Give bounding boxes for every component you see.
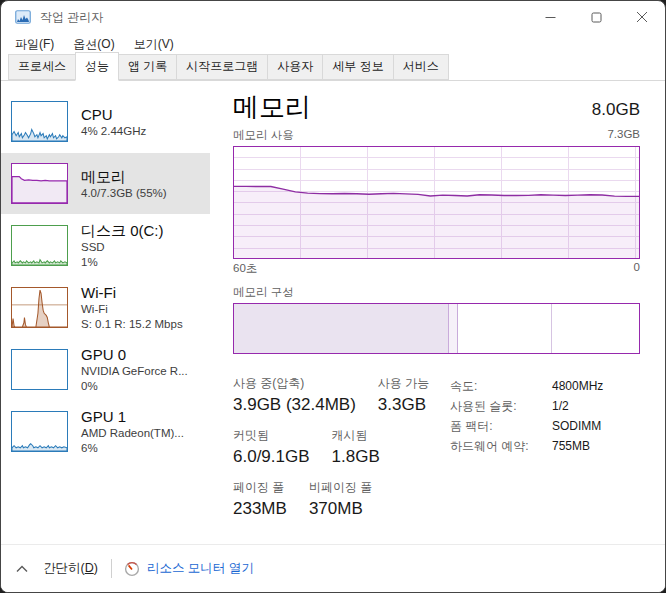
- x-axis-left-label: 60초: [233, 261, 257, 276]
- sidebar-wifi-title: Wi-Fi: [81, 283, 183, 302]
- sidebar-item-disk[interactable]: 디스크 0(C:) SSD 1%: [1, 215, 210, 276]
- stat-speed: 속도: 4800MHz: [450, 376, 603, 396]
- content-area: CPU 4% 2.44GHz 메모리 4.0/7.3GB (55%): [1, 81, 665, 544]
- fewer-details-button[interactable]: 간단히(D): [16, 560, 98, 577]
- sidebar-item-memory[interactable]: 메모리 4.0/7.3GB (55%): [1, 153, 210, 214]
- resource-monitor-icon: [124, 561, 140, 577]
- memory-stats: 사용 중(압축) 3.9GB (32.4MB) 사용 가능 3.3GB 커밋됨 …: [233, 375, 640, 531]
- composition-label: 메모리 구성: [233, 285, 640, 300]
- tab-app-history[interactable]: 앱 기록: [118, 54, 177, 80]
- sidebar-gpu0-name: NVIDIA GeForce R...: [81, 364, 188, 379]
- tab-details[interactable]: 세부 정보: [322, 54, 393, 80]
- sidebar-wifi-name: Wi-Fi: [81, 302, 183, 317]
- minimize-button[interactable]: [527, 1, 573, 33]
- composition-segment-modified: [448, 304, 458, 353]
- cpu-sparkline-icon: [11, 101, 68, 142]
- gpu0-sparkline-icon: [11, 349, 68, 390]
- resource-monitor-link-label: 리소스 모니터 열기: [147, 560, 254, 577]
- sidebar-item-gpu0[interactable]: GPU 0 NVIDIA GeForce R... 0%: [1, 339, 210, 400]
- composition-segment-in-use: [234, 304, 448, 353]
- sidebar-item-gpu1[interactable]: GPU 1 AMD Radeon(TM)... 6%: [1, 401, 210, 462]
- menu-file[interactable]: 파일(F): [14, 34, 55, 55]
- sidebar-gpu0-title: GPU 0: [81, 345, 188, 364]
- sidebar-cpu-stats: 4% 2.44GHz: [81, 124, 146, 139]
- maximize-button[interactable]: [573, 1, 619, 33]
- sidebar-disk-stats: 1%: [81, 255, 164, 270]
- sidebar-memory-title: 메모리: [81, 167, 167, 186]
- window-controls: [527, 1, 665, 33]
- stat-non-paged-pool: 비페이징 풀 370MB: [309, 479, 372, 519]
- total-memory-value: 8.0GB: [592, 100, 640, 123]
- statusbar-divider: [111, 559, 112, 578]
- tab-startup[interactable]: 시작프로그램: [176, 54, 268, 80]
- memory-detail-panel: 메모리 8.0GB 메모리 사용 7.3GB 60초 0 메모리 구성: [210, 81, 665, 544]
- sidebar-memory-stats: 4.0/7.3GB (55%): [81, 186, 167, 201]
- sidebar-cpu-title: CPU: [81, 105, 146, 124]
- status-bar: 간단히(D) 리소스 모니터 열기: [1, 544, 665, 592]
- tab-services[interactable]: 서비스: [393, 54, 449, 80]
- memory-composition-bar: [233, 303, 640, 354]
- gpu1-sparkline-icon: [11, 411, 68, 452]
- sidebar-disk-type: SSD: [81, 240, 164, 255]
- tab-performance[interactable]: 성능: [75, 52, 119, 81]
- sidebar-gpu1-name: AMD Radeon(TM)...: [81, 426, 184, 441]
- close-button[interactable]: [619, 1, 665, 33]
- open-resource-monitor-link[interactable]: 리소스 모니터 열기: [124, 560, 254, 577]
- composition-segment-free: [552, 304, 639, 353]
- app-icon: [15, 9, 31, 25]
- performance-sidebar: CPU 4% 2.44GHz 메모리 4.0/7.3GB (55%): [1, 81, 210, 544]
- usage-chart-label: 메모리 사용: [233, 128, 294, 143]
- memory-sparkline-icon: [11, 163, 68, 204]
- chevron-up-icon: [16, 565, 28, 573]
- sidebar-gpu0-stats: 0%: [81, 379, 188, 394]
- stat-cached: 캐시됨 1.8GB: [332, 427, 380, 467]
- tab-processes[interactable]: 프로세스: [8, 54, 76, 80]
- stat-slots-used: 사용된 슬롯: 1/2: [450, 396, 603, 416]
- minimize-icon: [545, 12, 556, 23]
- menu-view[interactable]: 보기(V): [133, 34, 175, 55]
- memory-usage-graph: [233, 146, 640, 259]
- chart-max-label: 7.3GB: [607, 128, 640, 143]
- sidebar-wifi-stats: S: 0.1 R: 15.2 Mbps: [81, 317, 183, 332]
- stat-form-factor: 폼 팩터: SODIMM: [450, 416, 603, 436]
- page-title: 메모리: [233, 91, 311, 123]
- tab-users[interactable]: 사용자: [267, 54, 323, 80]
- sidebar-gpu1-stats: 6%: [81, 441, 184, 456]
- stat-in-use: 사용 중(압축) 3.9GB (32.4MB): [233, 375, 356, 415]
- stat-committed: 커밋됨 6.0/9.1GB: [233, 427, 310, 467]
- sidebar-item-cpu[interactable]: CPU 4% 2.44GHz: [1, 91, 210, 152]
- memory-usage-area: [234, 186, 639, 258]
- stat-hardware-reserved: 하드웨어 예약: 755MB: [450, 436, 603, 456]
- close-icon: [636, 11, 648, 23]
- x-axis-right-label: 0: [634, 261, 640, 276]
- disk-sparkline-icon: [11, 225, 68, 266]
- window-title: 작업 관리자: [40, 9, 103, 26]
- sidebar-item-wifi[interactable]: Wi-Fi Wi-Fi S: 0.1 R: 15.2 Mbps: [1, 277, 210, 338]
- sidebar-gpu1-title: GPU 1: [81, 407, 184, 426]
- sidebar-disk-title: 디스크 0(C:): [81, 221, 164, 240]
- task-manager-window: 작업 관리자 파일(F) 옵션(O) 보기(V) 프로세스 성능 앱 기록 시작…: [0, 0, 666, 593]
- wifi-sparkline-icon: [11, 287, 68, 328]
- stat-available: 사용 가능 3.3GB: [378, 375, 429, 415]
- tab-strip: 프로세스 성능 앱 기록 시작프로그램 사용자 세부 정보 서비스: [1, 56, 665, 81]
- stat-paged-pool: 페이징 풀 233MB: [233, 479, 287, 519]
- title-bar: 작업 관리자: [1, 1, 665, 33]
- maximize-icon: [591, 12, 602, 23]
- composition-segment-standby: [458, 304, 552, 353]
